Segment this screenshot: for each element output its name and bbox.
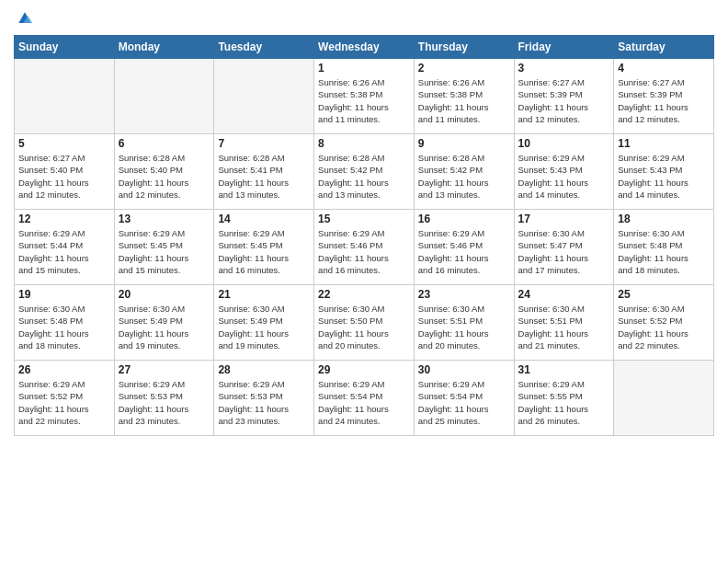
- day-info: Daylight: 11 hours: [318, 177, 410, 189]
- day-number: 17: [518, 213, 610, 225]
- calendar-cell: 14Sunrise: 6:29 AMSunset: 5:45 PMDayligh…: [214, 210, 314, 285]
- calendar-cell: 2Sunrise: 6:26 AMSunset: 5:38 PMDaylight…: [414, 59, 514, 134]
- day-info: Daylight: 11 hours: [318, 101, 410, 113]
- day-info: Sunset: 5:42 PM: [318, 164, 410, 176]
- day-info: Sunrise: 6:26 AM: [318, 76, 410, 88]
- day-info: Sunset: 5:38 PM: [418, 88, 510, 100]
- day-info: Sunrise: 6:27 AM: [618, 76, 710, 88]
- calendar-cell: 8Sunrise: 6:28 AMSunset: 5:42 PMDaylight…: [314, 134, 415, 210]
- page: SundayMondayTuesdayWednesdayThursdayFrid…: [0, 0, 728, 563]
- day-info: Daylight: 11 hours: [119, 177, 210, 189]
- day-info: Sunrise: 6:30 AM: [618, 303, 710, 315]
- day-info: and 22 minutes.: [618, 339, 710, 351]
- day-number: 11: [618, 137, 710, 150]
- calendar-cell: 31Sunrise: 6:29 AMSunset: 5:55 PMDayligh…: [514, 361, 614, 436]
- day-info: Sunrise: 6:29 AM: [418, 378, 510, 390]
- day-number: 21: [218, 288, 310, 301]
- day-info: Daylight: 11 hours: [218, 403, 310, 415]
- day-number: 20: [119, 288, 210, 301]
- day-number: 23: [418, 288, 510, 301]
- day-number: 13: [119, 213, 210, 225]
- calendar-cell: 18Sunrise: 6:30 AMSunset: 5:48 PMDayligh…: [614, 210, 714, 285]
- day-info: Sunrise: 6:30 AM: [318, 303, 410, 315]
- weekday-header-thursday: Thursday: [414, 36, 514, 59]
- day-info: Sunset: 5:49 PM: [218, 315, 310, 327]
- day-info: Sunset: 5:40 PM: [119, 164, 210, 176]
- week-row-4: 19Sunrise: 6:30 AMSunset: 5:48 PMDayligh…: [15, 285, 714, 361]
- day-info: Sunrise: 6:30 AM: [618, 227, 710, 239]
- day-info: and 11 minutes.: [318, 113, 410, 125]
- day-info: and 13 minutes.: [218, 189, 310, 201]
- day-info: Daylight: 11 hours: [418, 252, 510, 264]
- day-info: Sunset: 5:48 PM: [618, 239, 710, 251]
- day-info: and 16 minutes.: [318, 264, 410, 276]
- day-info: Sunrise: 6:29 AM: [18, 378, 110, 390]
- day-info: Sunset: 5:53 PM: [218, 390, 310, 402]
- calendar-cell: 20Sunrise: 6:30 AMSunset: 5:49 PMDayligh…: [114, 285, 214, 361]
- calendar-cell: 15Sunrise: 6:29 AMSunset: 5:46 PMDayligh…: [314, 210, 415, 285]
- day-info: Sunset: 5:40 PM: [18, 164, 110, 176]
- day-info: Sunrise: 6:30 AM: [518, 303, 610, 315]
- day-info: and 12 minutes.: [518, 113, 610, 125]
- day-info: and 17 minutes.: [518, 264, 610, 276]
- day-info: and 14 minutes.: [518, 189, 610, 201]
- day-info: Sunrise: 6:29 AM: [618, 152, 710, 164]
- day-info: Sunset: 5:52 PM: [618, 315, 710, 327]
- day-info: Sunset: 5:55 PM: [518, 390, 610, 402]
- logo: [14, 9, 34, 28]
- day-info: Daylight: 11 hours: [119, 327, 210, 339]
- day-info: Daylight: 11 hours: [218, 177, 310, 189]
- day-info: Daylight: 11 hours: [518, 403, 610, 415]
- day-number: 1: [318, 62, 410, 75]
- day-info: and 24 minutes.: [318, 415, 410, 427]
- day-info: Daylight: 11 hours: [119, 403, 210, 415]
- day-info: Sunset: 5:51 PM: [418, 315, 510, 327]
- weekday-header-saturday: Saturday: [614, 36, 714, 59]
- day-info: Sunset: 5:46 PM: [418, 239, 510, 251]
- day-info: and 14 minutes.: [618, 189, 710, 201]
- day-info: Sunrise: 6:27 AM: [18, 152, 110, 164]
- day-info: and 15 minutes.: [119, 264, 210, 276]
- calendar-cell: 1Sunrise: 6:26 AMSunset: 5:38 PMDaylight…: [314, 59, 415, 134]
- day-info: and 15 minutes.: [18, 264, 110, 276]
- calendar-cell: 26Sunrise: 6:29 AMSunset: 5:52 PMDayligh…: [15, 361, 115, 436]
- day-info: Daylight: 11 hours: [318, 327, 410, 339]
- day-info: Sunset: 5:38 PM: [318, 88, 410, 100]
- weekday-header-monday: Monday: [114, 36, 214, 59]
- calendar-table: SundayMondayTuesdayWednesdayThursdayFrid…: [14, 35, 714, 436]
- week-row-1: 1Sunrise: 6:26 AMSunset: 5:38 PMDaylight…: [15, 59, 714, 134]
- day-info: Sunrise: 6:27 AM: [518, 76, 610, 88]
- day-info: and 11 minutes.: [418, 113, 510, 125]
- day-number: 22: [318, 288, 410, 301]
- day-info: Sunrise: 6:30 AM: [119, 303, 210, 315]
- day-info: and 20 minutes.: [318, 339, 410, 351]
- calendar-cell: 19Sunrise: 6:30 AMSunset: 5:48 PMDayligh…: [15, 285, 115, 361]
- day-number: 31: [518, 363, 610, 376]
- day-number: 25: [618, 288, 710, 301]
- day-info: Sunrise: 6:30 AM: [18, 303, 110, 315]
- day-info: Daylight: 11 hours: [18, 403, 110, 415]
- day-info: Sunrise: 6:29 AM: [218, 227, 310, 239]
- calendar-cell: 13Sunrise: 6:29 AMSunset: 5:45 PMDayligh…: [114, 210, 214, 285]
- day-info: Sunrise: 6:29 AM: [418, 227, 510, 239]
- day-info: Sunset: 5:43 PM: [618, 164, 710, 176]
- day-info: Daylight: 11 hours: [218, 252, 310, 264]
- day-info: and 19 minutes.: [218, 339, 310, 351]
- day-info: Daylight: 11 hours: [518, 252, 610, 264]
- day-number: 6: [119, 137, 210, 150]
- day-info: Sunrise: 6:26 AM: [418, 76, 510, 88]
- calendar-cell: [214, 59, 314, 134]
- weekday-header-sunday: Sunday: [15, 36, 115, 59]
- day-info: Daylight: 11 hours: [518, 101, 610, 113]
- day-number: 10: [518, 137, 610, 150]
- day-info: Daylight: 11 hours: [518, 327, 610, 339]
- day-number: 3: [518, 62, 610, 75]
- day-number: 5: [18, 137, 110, 150]
- day-info: Sunrise: 6:29 AM: [518, 378, 610, 390]
- day-info: Sunset: 5:46 PM: [318, 239, 410, 251]
- day-info: Daylight: 11 hours: [618, 252, 710, 264]
- calendar-cell: 11Sunrise: 6:29 AMSunset: 5:43 PMDayligh…: [614, 134, 714, 210]
- day-info: Sunset: 5:52 PM: [18, 390, 110, 402]
- calendar-cell: 30Sunrise: 6:29 AMSunset: 5:54 PMDayligh…: [414, 361, 514, 436]
- day-info: and 12 minutes.: [618, 113, 710, 125]
